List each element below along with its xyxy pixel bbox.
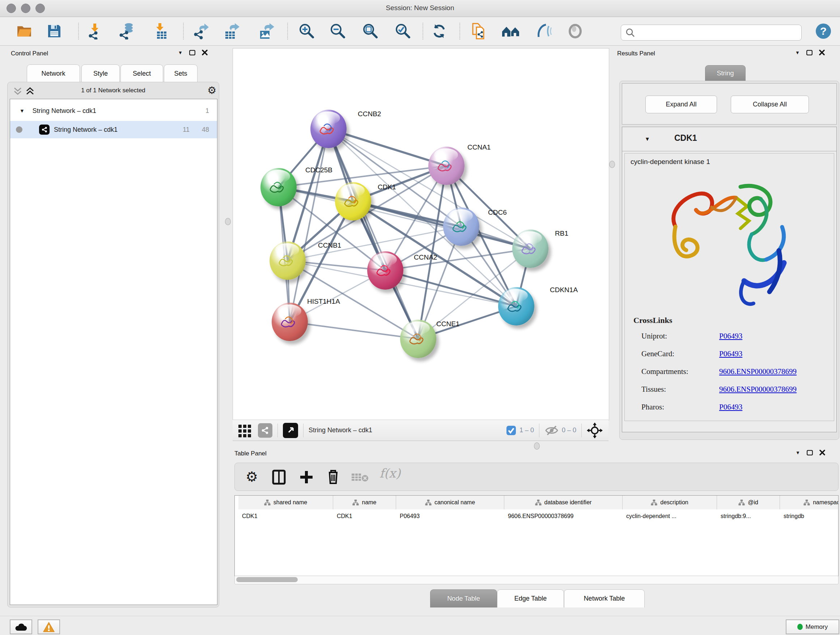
network-node-cdc25b[interactable] xyxy=(261,168,297,206)
help-button[interactable]: ? xyxy=(813,21,834,41)
memory-button[interactable]: Memory xyxy=(786,619,839,634)
network-node-ccnb1[interactable] xyxy=(270,241,306,280)
column-header-name[interactable]: name xyxy=(333,496,396,509)
crosslink-link[interactable]: P06493 xyxy=(719,402,742,412)
column-type-node-icon xyxy=(425,500,431,505)
crosslink-link[interactable]: P06493 xyxy=(719,349,742,358)
zoom-in-button[interactable] xyxy=(297,21,317,41)
network-node-hist1h1a[interactable] xyxy=(272,302,308,341)
netbar-separator xyxy=(303,424,303,437)
network-node-cdc6[interactable] xyxy=(443,207,479,246)
table-cell[interactable]: 9606.ENSP00000378699 xyxy=(504,509,622,523)
fit-selected-crosshair-icon[interactable] xyxy=(587,423,603,439)
grid-view-icon[interactable] xyxy=(238,423,252,438)
panel-close-icon[interactable] xyxy=(819,450,825,455)
panel-float-icon[interactable]: ▼ xyxy=(796,450,800,455)
network-node-rb1[interactable] xyxy=(512,230,548,268)
search-box xyxy=(621,25,802,41)
clone-network-button[interactable] xyxy=(469,21,489,41)
tab-string[interactable]: String xyxy=(705,65,745,81)
table-options-gear-icon[interactable]: ⚙ xyxy=(246,469,258,485)
network-node-cdkn1a[interactable] xyxy=(498,287,534,325)
search-input[interactable] xyxy=(635,29,796,36)
import-network-file-button[interactable] xyxy=(85,21,106,41)
table-cell[interactable]: stringdb xyxy=(780,509,838,523)
panel-maximize-icon[interactable] xyxy=(807,450,813,455)
table-hscrollbar[interactable] xyxy=(234,576,838,584)
navigator-icon[interactable] xyxy=(283,423,298,438)
panel-maximize-icon[interactable] xyxy=(189,50,195,55)
tab-select[interactable]: Select xyxy=(120,65,163,82)
tab-network[interactable]: Network xyxy=(27,65,80,82)
panel-float-icon[interactable]: ▼ xyxy=(795,50,800,55)
cloud-status-button[interactable] xyxy=(10,619,32,634)
selected-checkbox-icon[interactable] xyxy=(506,425,516,436)
network-row-selected[interactable]: String Network – cdk1 11 48 xyxy=(10,121,217,138)
show-columns-icon[interactable] xyxy=(272,470,286,485)
gene-section-header[interactable]: ▼ CDK1 xyxy=(622,127,836,151)
column-header-description[interactable]: description xyxy=(622,496,717,509)
tab-style[interactable]: Style xyxy=(81,65,120,82)
home-button[interactable] xyxy=(501,21,521,41)
column-header--id[interactable]: @id xyxy=(717,496,780,509)
highlight-button[interactable] xyxy=(565,21,585,41)
save-session-button[interactable] xyxy=(44,21,65,41)
table-cell[interactable]: CDK1 xyxy=(238,509,333,523)
column-header-canonical-name[interactable]: canonical name xyxy=(396,496,504,509)
hidden-eye-icon[interactable] xyxy=(545,424,559,437)
network-node-ccne1[interactable] xyxy=(400,320,436,358)
table-cell[interactable]: cyclin-dependent ... xyxy=(622,509,717,523)
tab-edge-table[interactable]: Edge Table xyxy=(497,589,564,608)
export-image-button[interactable] xyxy=(256,21,276,41)
collapse-all-button[interactable]: Collapse All xyxy=(731,96,809,113)
network-node-cdk1[interactable] xyxy=(335,182,371,220)
expand-all-button[interactable]: Expand All xyxy=(645,96,717,113)
crosslink-link[interactable]: 9606.ENSP00000378699 xyxy=(719,385,797,394)
table-cell[interactable]: P06493 xyxy=(396,509,504,523)
import-network-database-button[interactable] xyxy=(117,21,137,41)
column-header-shared-name[interactable]: shared name xyxy=(238,496,333,509)
add-column-icon[interactable] xyxy=(299,470,314,485)
show-hide-graphics-button[interactable] xyxy=(534,21,554,41)
function-builder-icon-disabled: f(x) xyxy=(379,466,401,480)
table-cell[interactable]: stringdb:9... xyxy=(717,509,780,523)
network-node-ccna1[interactable] xyxy=(428,147,464,185)
string-view-icon[interactable] xyxy=(258,423,272,438)
delete-column-icon[interactable] xyxy=(326,469,340,485)
column-header-namespace[interactable]: namespace xyxy=(780,496,838,509)
zoom-fit-button[interactable] xyxy=(360,21,381,41)
refresh-view-button[interactable] xyxy=(429,21,449,41)
network-node-ccna2[interactable] xyxy=(367,251,403,290)
help-icon: ? xyxy=(815,22,832,40)
network-collection-row[interactable]: ▼ String Network – cdk1 1 xyxy=(10,102,217,119)
table-grid: shared nameCDK1nameCDK1canonical nameP06… xyxy=(235,496,838,576)
panel-maximize-icon[interactable] xyxy=(806,50,813,55)
network-options-gear-icon[interactable]: ⚙ xyxy=(207,84,216,96)
hscrollbar-thumb[interactable] xyxy=(236,577,298,582)
import-table-file-button[interactable] xyxy=(151,21,172,41)
hidden-count: 0 – 0 xyxy=(562,426,576,434)
crosslink-link[interactable]: 9606.ENSP00000378699 xyxy=(719,367,797,376)
warnings-button[interactable] xyxy=(38,619,60,634)
section-collapse-icon[interactable]: ▼ xyxy=(645,136,650,142)
tab-node-table[interactable]: Node Table xyxy=(430,589,497,608)
panel-close-icon[interactable] xyxy=(202,50,208,55)
crosslink-link[interactable]: P06493 xyxy=(719,332,742,340)
panel-close-icon[interactable] xyxy=(819,50,825,55)
column-header-database-identifier[interactable]: database identifier xyxy=(504,496,622,509)
left-splitter-handle[interactable] xyxy=(225,218,231,225)
open-session-button[interactable] xyxy=(14,21,35,41)
zoom-selected-button[interactable] xyxy=(393,21,413,41)
export-table-button[interactable] xyxy=(221,21,242,41)
table-cell[interactable]: CDK1 xyxy=(333,509,396,523)
zoom-out-button[interactable] xyxy=(328,21,348,41)
network-view[interactable]: CCNB2CCNA1CDC25BCDK1CDC6RB1CCNB1CCNA2CDK… xyxy=(233,48,609,420)
panel-float-icon[interactable]: ▼ xyxy=(178,50,183,55)
tab-network-table[interactable]: Network Table xyxy=(564,589,645,608)
export-network-button[interactable] xyxy=(191,21,211,41)
tree-expand-icon[interactable]: ▼ xyxy=(19,108,25,114)
right-splitter-handle[interactable] xyxy=(609,161,615,168)
column-header-label: name xyxy=(362,499,376,506)
network-node-ccnb2[interactable] xyxy=(310,110,347,148)
tab-sets[interactable]: Sets xyxy=(164,65,197,82)
